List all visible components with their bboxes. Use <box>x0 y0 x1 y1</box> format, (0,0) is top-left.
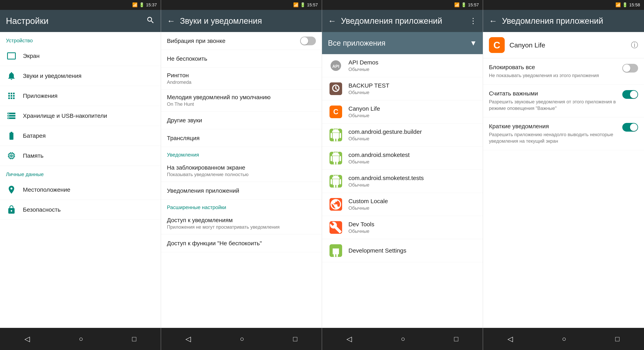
dnd-text: Не беспокоить <box>167 55 316 62</box>
panel-sounds: 📶 🔋 15:57 ← Звуки и уведомления Вибрация… <box>161 0 322 350</box>
list-item[interactable]: com.android.smoketest.tests Обычные <box>322 170 483 193</box>
settings-item-sounds[interactable]: Звуки и уведомления <box>0 66 161 86</box>
ringtone-item[interactable]: Рингтон Andromeda <box>161 68 322 90</box>
lockscreen-item[interactable]: На заблокированном экране Показывать уве… <box>161 160 322 182</box>
list-item[interactable]: Dev Tools Обычные <box>322 216 483 239</box>
list-item[interactable]: API API Demos Обычные <box>322 54 483 77</box>
back-button-3[interactable]: ◁ <box>342 331 356 347</box>
toolbar-4: ← Уведомления приложений <box>483 10 644 32</box>
list-item[interactable]: Custom Locale Обычные <box>322 193 483 216</box>
canyon-life-app-name: Canyon Life <box>510 41 631 49</box>
nav-bar-3: ◁ ○ □ <box>322 328 483 350</box>
ringtone-value: Andromeda <box>167 79 316 85</box>
settings-item-battery[interactable]: Батарея <box>0 126 161 146</box>
list-item[interactable]: Development Settings <box>322 239 483 262</box>
time-4: 15:58 <box>629 2 640 8</box>
api-demos-name: API Demos <box>348 59 477 66</box>
settings-item-screen[interactable]: Экран <box>0 46 161 66</box>
apps-label: Приложения <box>23 92 155 99</box>
bell-icon <box>6 70 17 81</box>
dnd-item[interactable]: Не беспокоить <box>161 50 322 68</box>
recent-button-2[interactable]: □ <box>289 331 301 347</box>
ringtone-text: Рингтон Andromeda <box>167 72 316 85</box>
smoketest-subtitle: Обычные <box>348 159 477 165</box>
home-button-4[interactable]: ○ <box>558 331 570 347</box>
list-item[interactable]: com.android.gesture.builder Обычные <box>322 123 483 147</box>
location-label: Местоположение <box>23 186 155 193</box>
priority-item[interactable]: Считать важными Разрешить звуковые уведо… <box>483 85 644 117</box>
recent-button-3[interactable]: □ <box>450 331 462 347</box>
dev-tools-name: Dev Tools <box>348 221 477 228</box>
notification-tone-item[interactable]: Мелодия уведомлений по умолчанию On The … <box>161 90 322 111</box>
time-2: 15:57 <box>307 2 318 8</box>
notification-tone-label: Мелодия уведомлений по умолчанию <box>167 94 316 101</box>
apps-icon <box>6 90 17 101</box>
lockscreen-value: Показывать уведомление полностью <box>167 172 316 177</box>
canyon-life-subtitle: Обычные <box>348 113 477 118</box>
cast-text: Трансляция <box>167 135 316 141</box>
settings-item-security[interactable]: Безопасность <box>0 200 161 220</box>
sounds-text: Звуки и уведомления <box>23 73 155 79</box>
recent-button-4[interactable]: □ <box>611 331 624 347</box>
canyon-life-header-row: C Canyon Life ⓘ <box>483 32 644 58</box>
peek-label: Краткие уведомления <box>489 123 618 130</box>
lockscreen-label: На заблокированном экране <box>167 164 316 171</box>
priority-text: Считать важными Разрешить звуковые уведо… <box>489 90 618 112</box>
priority-label: Считать важными <box>489 90 618 97</box>
security-text: Безопасность <box>23 206 155 213</box>
vibration-item[interactable]: Вибрация при звонке <box>161 32 322 50</box>
search-icon[interactable] <box>146 16 155 26</box>
battery-icon-4: 🔋 <box>622 2 628 8</box>
notification-tone-text: Мелодия уведомлений по умолчанию On The … <box>167 94 316 107</box>
block-all-toggle[interactable] <box>622 64 638 73</box>
back-arrow-3[interactable]: ← <box>328 16 336 26</box>
sounds-label: Звуки и уведомления <box>23 73 155 79</box>
signal-icon-2: 📶 <box>293 2 298 8</box>
time-3: 15:57 <box>468 2 479 8</box>
settings-item-apps[interactable]: Приложения <box>0 86 161 106</box>
settings-item-storage[interactable]: Хранилище и USB-накопители <box>0 106 161 126</box>
dropdown-bar[interactable]: Все приложения ▼ <box>322 32 483 54</box>
battery-label: Батарея <box>23 132 155 139</box>
location-icon <box>6 184 17 195</box>
other-sounds-label: Другие звуки <box>167 117 316 124</box>
app-notifications-item[interactable]: Уведомления приложений <box>161 182 322 200</box>
dnd-access-label: Доступ к функции "Не беспокоить" <box>167 240 316 247</box>
vibration-toggle[interactable] <box>300 37 316 45</box>
settings-item-location[interactable]: Местоположение <box>0 180 161 200</box>
peek-toggle[interactable] <box>622 123 638 132</box>
home-button-1[interactable]: ○ <box>75 331 87 347</box>
screen-text: Экран <box>23 53 155 59</box>
home-button-3[interactable]: ○ <box>397 331 409 347</box>
toolbar-2: ← Звуки и уведомления <box>161 10 322 32</box>
back-button-4[interactable]: ◁ <box>504 331 517 347</box>
info-icon[interactable]: ⓘ <box>631 40 638 50</box>
battery-icon-1: 🔋 <box>139 2 144 8</box>
status-icons-4: 📶 🔋 15:58 <box>616 2 640 8</box>
dnd-access-item[interactable]: Доступ к функции "Не беспокоить" <box>161 234 322 252</box>
list-item[interactable]: com.android.smoketest Обычные <box>322 147 483 170</box>
vibration-label: Вибрация при звонке <box>167 38 300 44</box>
list-item[interactable]: C Canyon Life Обычные <box>322 100 483 123</box>
status-bar-4: 📶 🔋 15:58 <box>483 0 644 10</box>
list-item[interactable]: BACKUP TEST Обычные <box>322 77 483 100</box>
back-arrow-4[interactable]: ← <box>489 16 497 26</box>
other-sounds-item[interactable]: Другие звуки <box>161 111 322 129</box>
notification-access-item[interactable]: Доступ к уведомлениям Приложения не могу… <box>161 213 322 234</box>
dev-tools-subtitle: Обычные <box>348 229 477 234</box>
settings-item-memory[interactable]: Память <box>0 146 161 166</box>
recent-button-1[interactable]: □ <box>128 331 140 347</box>
block-all-item[interactable]: Блокировать все Не показывать уведомлени… <box>483 58 644 85</box>
back-arrow-2[interactable]: ← <box>167 16 175 26</box>
priority-toggle[interactable] <box>622 90 638 99</box>
section-header-personal: Личные данные <box>0 166 161 180</box>
home-button-2[interactable]: ○ <box>236 331 248 347</box>
back-button-2[interactable]: ◁ <box>182 331 195 347</box>
peek-item[interactable]: Краткие уведомления Разрешить приложению… <box>483 117 644 150</box>
cast-item[interactable]: Трансляция <box>161 129 322 147</box>
canyon-life-name: Canyon Life <box>348 105 477 112</box>
memory-label: Память <box>23 152 155 159</box>
back-button-1[interactable]: ◁ <box>20 331 34 347</box>
backup-test-text: BACKUP TEST Обычные <box>348 82 477 95</box>
more-icon-3[interactable]: ⋮ <box>470 17 477 25</box>
